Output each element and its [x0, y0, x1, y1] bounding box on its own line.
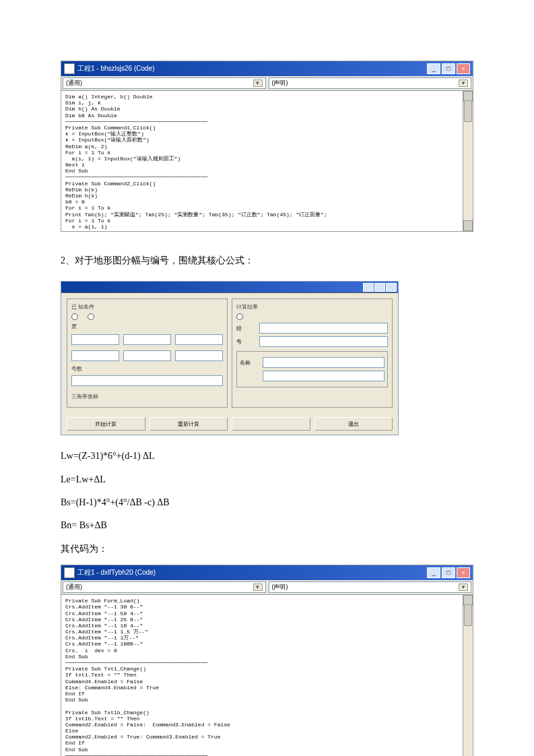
input-field[interactable]	[175, 334, 223, 345]
formula-block: Lw=(Z-31)*6°+(d-1) ΔL Le=Lw+ΔL Bs=(H-1)*…	[61, 449, 473, 557]
close-button[interactable]: ×	[457, 63, 470, 74]
right-panel-label: 计算结果	[236, 303, 388, 311]
degree-inputs-2	[71, 349, 223, 363]
formula-bs: Bs=(H-1)*4°+(4°/ΔB -c) ΔB	[61, 495, 473, 510]
app-icon	[64, 63, 75, 74]
chevron-down-icon: ▼	[253, 584, 263, 591]
object-selector-1[interactable]: (通用) ▼	[63, 77, 266, 89]
window-title-1: 工程1 - bhszlsjs26 (Code)	[77, 64, 154, 73]
left-groupbox: 已 知条件 度 号数 三角带坐标	[67, 298, 228, 408]
sub-groupbox: 名称	[236, 351, 388, 387]
procedure-selector-2[interactable]: (声明) ▼	[269, 581, 472, 593]
right-groupbox: 计算结果 经 号 名称	[232, 298, 393, 408]
code-caption: 其代码为：	[61, 542, 473, 557]
radio-icon	[236, 313, 243, 320]
procedure-selector-label: (声明)	[272, 79, 288, 88]
name-label: 名称	[240, 359, 260, 367]
radio-result[interactable]	[236, 313, 243, 320]
maximize-button[interactable]	[374, 283, 385, 292]
chevron-down-icon: ▼	[253, 80, 263, 87]
chevron-down-icon: ▼	[459, 80, 468, 87]
form-titlebar	[61, 282, 398, 293]
radio-icon	[71, 313, 78, 320]
compute-button[interactable]: 开始计算	[67, 417, 145, 431]
code-window-2: 工程1 - dxlfTybh20 (Code) _ □ × (通用) ▼ (声明…	[61, 565, 473, 756]
scroll-thumb[interactable]	[464, 604, 472, 626]
form-designer-window: 已 知条件 度 号数 三角带坐标	[61, 281, 399, 435]
chevron-down-icon: ▼	[459, 584, 468, 591]
formula-lw: Lw=(Z-31)*6°+(d-1) ΔL	[61, 449, 473, 464]
close-button[interactable]: ×	[457, 567, 470, 578]
section-2-heading: 2、对于地形图分幅与编号，围绕其核心公式：	[61, 252, 473, 269]
minimize-button[interactable]	[363, 283, 374, 292]
titlebar-2: 工程1 - dxlfTybh20 (Code) _ □ ×	[61, 565, 473, 580]
scroll-thumb[interactable]	[464, 100, 472, 122]
degree-label: 度	[71, 323, 223, 330]
coord-label: 三角带坐标	[71, 393, 223, 400]
procedure-selector-1[interactable]: (声明) ▼	[269, 77, 472, 89]
radio-option-1[interactable]	[71, 313, 79, 320]
input-field[interactable]	[123, 350, 171, 361]
minimize-button[interactable]: _	[427, 567, 440, 578]
recompute-button[interactable]: 重新计算	[149, 417, 228, 431]
maximize-button[interactable]: □	[442, 63, 455, 74]
vertical-scrollbar[interactable]	[463, 91, 473, 231]
left-panel-label: 已 知条件	[71, 303, 223, 311]
object-selector-label: (通用)	[66, 583, 82, 592]
result-input[interactable]	[263, 371, 385, 381]
input-field[interactable]	[123, 334, 171, 345]
number-input[interactable]	[71, 375, 223, 386]
titlebar-1: 工程1 - bhszlsjs26 (Code) _ □ ×	[61, 61, 473, 76]
num-label: 号	[236, 338, 257, 346]
app-icon	[64, 567, 75, 578]
code-text-2: Private Sub Form_Load() Crs.AddItem "--1…	[65, 598, 230, 756]
exit-button[interactable]: 退出	[314, 417, 393, 431]
window-title-2: 工程1 - dxlfTybh20 (Code)	[77, 568, 156, 577]
lon-label: 经	[236, 325, 257, 332]
object-selector-label: (通用)	[66, 79, 82, 88]
formula-le: Le=Lw+ΔL	[61, 472, 473, 487]
procedure-selector-label: (声明)	[272, 583, 288, 592]
code-window-1: 工程1 - bhszlsjs26 (Code) _ □ × (通用) ▼ (声明…	[61, 61, 473, 232]
result-input[interactable]	[263, 357, 385, 368]
vertical-scrollbar[interactable]	[463, 595, 473, 756]
formula-bn: Bn= Bs+ΔB	[61, 518, 473, 533]
degree-inputs	[71, 333, 223, 346]
result-input[interactable]	[259, 323, 388, 334]
result-input[interactable]	[259, 336, 388, 347]
blank-button[interactable]	[232, 417, 310, 431]
number-label: 号数	[71, 365, 223, 373]
maximize-button[interactable]: □	[442, 567, 455, 578]
radio-icon	[88, 313, 94, 320]
input-field[interactable]	[71, 334, 119, 345]
input-field[interactable]	[71, 350, 119, 361]
object-selector-2[interactable]: (通用) ▼	[63, 581, 266, 593]
code-text-1: Dim a() Integer, b() Double Dim i, j, k …	[65, 94, 327, 231]
minimize-button[interactable]: _	[427, 63, 440, 74]
code-pane-1[interactable]: Dim a() Integer, b() Double Dim i, j, k …	[61, 91, 473, 231]
input-field[interactable]	[175, 350, 223, 361]
code-pane-2[interactable]: Private Sub Form_Load() Crs.AddItem "--1…	[61, 595, 473, 756]
close-button[interactable]	[386, 283, 397, 292]
radio-option-2[interactable]	[88, 313, 96, 320]
